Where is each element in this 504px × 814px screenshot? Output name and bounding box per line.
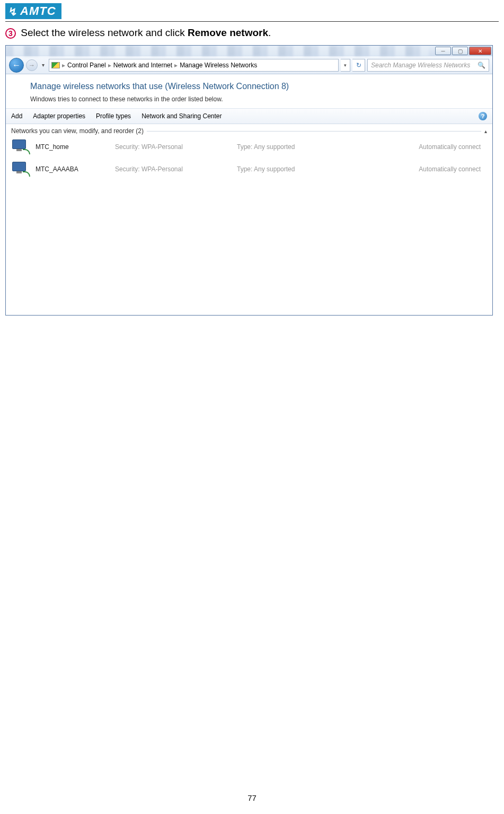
crumb-network[interactable]: Network and Internet [113, 62, 172, 69]
maximize-button[interactable]: ▢ [452, 47, 468, 55]
search-input[interactable]: Search Manage Wireless Networks 🔍 [367, 59, 489, 72]
list-item[interactable]: MTC_home Security: WPA-Personal Type: An… [11, 136, 487, 158]
minimize-button[interactable]: ─ [435, 47, 451, 55]
instruction-line: 3 Select the wireless network and click … [0, 27, 504, 45]
network-auto: Automatically connect [359, 165, 487, 173]
group-label: Networks you can view, modify, and reord… [11, 127, 144, 135]
chevron-right-icon: ▸ [108, 62, 111, 69]
toolbar-profile[interactable]: Profile types [96, 112, 131, 120]
arrow-left-icon: ← [12, 60, 21, 70]
arrow-right-icon: → [29, 62, 35, 69]
chevron-up-icon[interactable]: ▴ [484, 128, 487, 134]
network-name: MTC_AAAABA [36, 165, 115, 173]
crumb-manage[interactable]: Manage Wireless Networks [180, 62, 257, 69]
page-title: Manage wireless networks that use (Wirel… [30, 82, 480, 91]
group-header: Networks you can view, modify, and reord… [6, 124, 492, 136]
search-icon: 🔍 [478, 62, 485, 69]
swirl-icon: ↯ [8, 5, 18, 18]
back-button[interactable]: ← [9, 58, 24, 73]
titlebar-blur [6, 46, 429, 56]
refresh-button[interactable]: ↻ [352, 59, 365, 72]
toolbar-adapter[interactable]: Adapter properties [33, 112, 85, 120]
group-divider [147, 131, 481, 132]
network-icon [11, 137, 32, 156]
refresh-icon: ↻ [356, 62, 361, 69]
step-number-icon: 3 [5, 28, 16, 39]
history-dropdown[interactable]: ▾ [40, 62, 47, 68]
brand-logo: ↯AMTC [5, 3, 61, 19]
doc-header: ↯AMTC [0, 0, 504, 19]
toolbar-add[interactable]: Add [11, 112, 22, 120]
network-icon [11, 160, 32, 179]
signal-icon [51, 62, 60, 68]
network-list: MTC_home Security: WPA-Personal Type: An… [6, 136, 492, 180]
window-titlebar: ─ ▢ ✕ [6, 46, 492, 56]
instruction-pre: Select the wireless network and click [18, 27, 188, 38]
network-auto: Automatically connect [359, 143, 487, 151]
heading-area: Manage wireless networks that use (Wirel… [6, 74, 492, 108]
embedded-screenshot: ─ ▢ ✕ ← → ▾ ▸ Control Panel ▸ Network an… [5, 45, 493, 316]
network-type: Type: Any supported [237, 143, 359, 151]
chevron-right-icon: ▸ [62, 62, 65, 69]
close-button[interactable]: ✕ [469, 47, 491, 55]
path-dropdown[interactable]: ▾ [341, 59, 350, 72]
header-divider [5, 21, 499, 22]
chevron-right-icon: ▸ [174, 62, 178, 69]
help-icon: ? [481, 113, 485, 119]
network-security: Security: WPA-Personal [115, 165, 237, 173]
logo-text: AMTC [20, 4, 56, 17]
help-button[interactable]: ? [479, 112, 487, 120]
network-name: MTC_home [36, 143, 115, 151]
instruction-bold: Remove network [188, 27, 268, 38]
command-toolbar: Add Adapter properties Profile types Net… [6, 108, 492, 124]
instruction-post: . [268, 27, 271, 38]
network-security: Security: WPA-Personal [115, 143, 237, 151]
page-subtitle: Windows tries to connect to these networ… [30, 95, 480, 103]
forward-button[interactable]: → [26, 59, 38, 71]
search-placeholder: Search Manage Wireless Networks [371, 62, 470, 69]
list-item[interactable]: MTC_AAAABA Security: WPA-Personal Type: … [11, 158, 487, 180]
breadcrumb-bar[interactable]: ▸ Control Panel ▸ Network and Internet ▸… [49, 59, 339, 72]
page-number: 77 [0, 793, 504, 802]
network-type: Type: Any supported [237, 165, 359, 173]
toolbar-nsc[interactable]: Network and Sharing Center [142, 112, 222, 120]
address-bar: ← → ▾ ▸ Control Panel ▸ Network and Inte… [6, 56, 492, 74]
crumb-control-panel[interactable]: Control Panel [67, 62, 106, 69]
